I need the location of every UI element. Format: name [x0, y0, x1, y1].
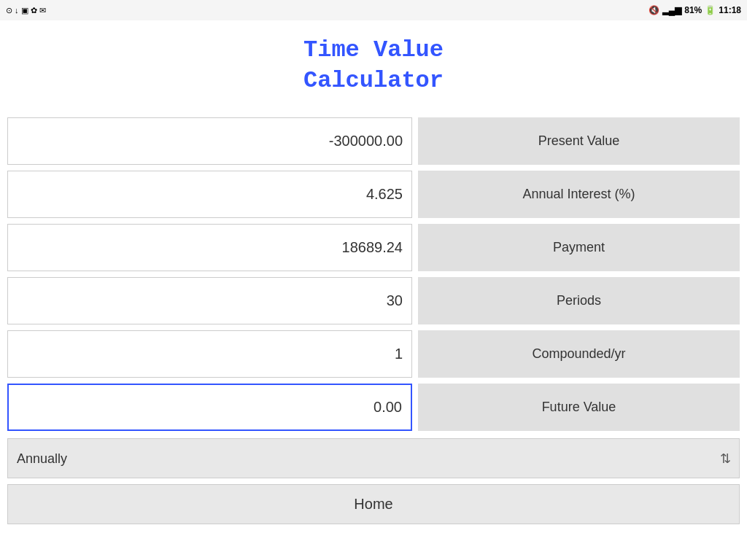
annual-interest-button[interactable]: Annual Interest (%) [418, 171, 740, 218]
compounded-row: Compounded/yr [7, 330, 740, 378]
mute-icon: 🔇 [649, 5, 659, 15]
app-title: Time Value Calculator [7, 35, 740, 96]
calculator-rows: Present Value Annual Interest (%) Paymen… [7, 117, 740, 431]
periods-row: Periods [7, 277, 740, 324]
periods-input[interactable] [7, 277, 412, 324]
clock: 11:18 [719, 5, 741, 15]
main-content: Time Value Calculator Present Value Annu… [0, 20, 747, 532]
battery-level: 81% [684, 5, 702, 15]
payment-button[interactable]: Payment [418, 224, 740, 271]
title-line2: Calculator [7, 66, 740, 96]
present-value-input[interactable] [7, 117, 412, 165]
annual-interest-input[interactable] [7, 171, 412, 218]
compounded-input[interactable] [7, 330, 412, 378]
periods-button[interactable]: Periods [418, 277, 740, 324]
annual-interest-row: Annual Interest (%) [7, 171, 740, 218]
home-button[interactable]: Home [7, 484, 740, 524]
signal-icon: ▂▄▆ [662, 5, 682, 15]
notification-icons: ⊙ ↓ ▣ ✿ ✉ [6, 6, 46, 15]
payment-input[interactable] [7, 224, 412, 271]
frequency-dropdown[interactable]: Annually Monthly Quarterly Semi-Annually… [7, 438, 740, 478]
future-value-row: Future Value [7, 384, 740, 431]
title-line1: Time Value [7, 35, 740, 66]
frequency-dropdown-wrapper: Annually Monthly Quarterly Semi-Annually… [7, 438, 740, 478]
status-bar: ⊙ ↓ ▣ ✿ ✉ 🔇 ▂▄▆ 81% 🔋 11:18 [0, 0, 747, 20]
payment-row: Payment [7, 224, 740, 271]
battery-icon: 🔋 [705, 5, 716, 15]
future-value-button[interactable]: Future Value [418, 384, 740, 431]
status-icons: ⊙ ↓ ▣ ✿ ✉ [6, 6, 46, 15]
future-value-input[interactable] [7, 384, 412, 431]
present-value-button[interactable]: Present Value [418, 117, 740, 165]
frequency-dropdown-row: Annually Monthly Quarterly Semi-Annually… [7, 438, 740, 478]
status-right: 🔇 ▂▄▆ 81% 🔋 11:18 [649, 5, 741, 15]
present-value-row: Present Value [7, 117, 740, 165]
compounded-button[interactable]: Compounded/yr [418, 330, 740, 378]
